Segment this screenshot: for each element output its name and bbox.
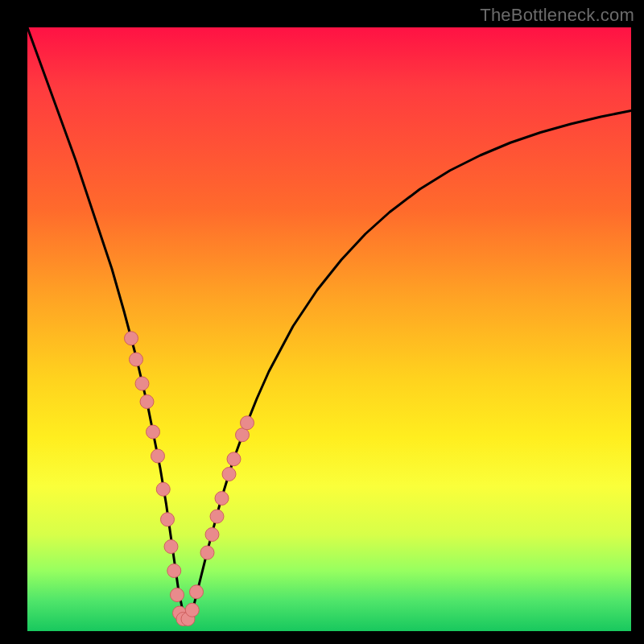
data-point-dot	[227, 452, 241, 466]
data-point-dot	[130, 353, 143, 366]
data-point-dot	[200, 546, 214, 559]
data-point-dot	[185, 603, 199, 617]
data-point-dot	[164, 540, 178, 554]
data-point-dot	[151, 449, 165, 463]
data-point-dot	[161, 513, 175, 526]
data-point-dot	[210, 510, 224, 523]
plot-area	[27, 27, 631, 631]
data-point-dot	[140, 395, 154, 409]
data-point-dot	[236, 428, 250, 442]
data-point-dot	[125, 332, 138, 345]
data-point-dot	[205, 528, 219, 542]
plot-svg	[27, 27, 631, 631]
data-point-dot	[156, 482, 170, 496]
watermark-text: TheBottleneck.com	[480, 5, 634, 26]
bottleneck-curve	[27, 27, 631, 619]
data-point-dot	[215, 492, 229, 506]
chart-frame: TheBottleneck.com	[0, 0, 644, 644]
data-point-dot	[190, 585, 204, 599]
data-point-dot	[167, 564, 181, 578]
data-point-dot	[147, 425, 160, 439]
data-point-dot	[135, 377, 149, 390]
data-point-dot	[222, 468, 236, 481]
data-point-dot	[171, 588, 184, 602]
data-point-dot	[241, 416, 254, 430]
